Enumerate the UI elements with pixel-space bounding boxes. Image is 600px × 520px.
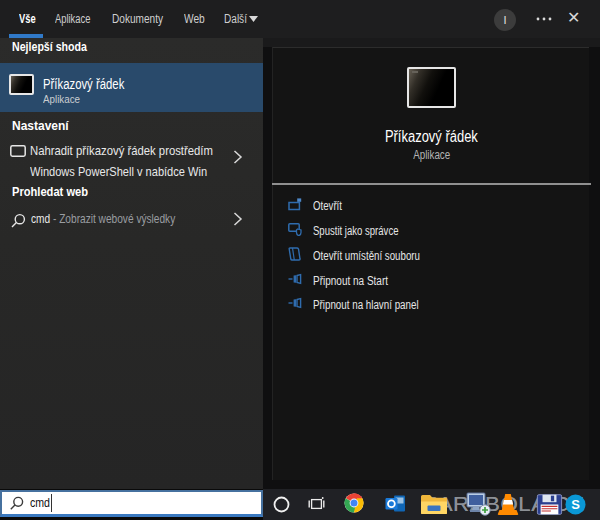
svg-text:S: S [571, 497, 580, 512]
